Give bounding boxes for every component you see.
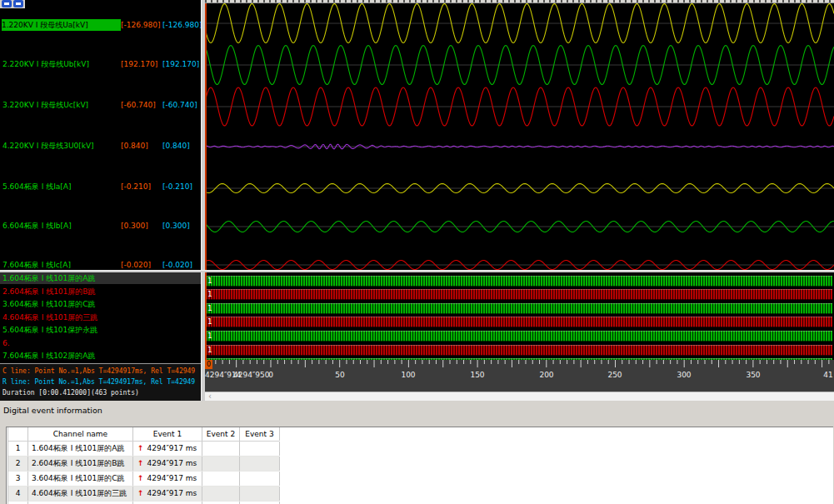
analog-channel-name: 5.604柘泉 I 线Ia[A]	[2, 181, 72, 192]
event-channel-name: 4.604柘泉 I 线101屏的三跳	[28, 487, 133, 501]
event-panel: Channel nameEvent 1Event 2Event 311.604柘…	[6, 427, 833, 504]
analog-channel-row[interactable]: 2.220KV I 段母线Ub[kV][192.170][192.170]	[0, 58, 201, 70]
cursor-line-digital[interactable]	[205, 272, 207, 360]
app-icon-2[interactable]	[13, 0, 23, 7]
event3-cell	[240, 487, 280, 501]
rising-edge-arrow-icon: ↑	[137, 489, 144, 497]
waveform-pane[interactable]	[205, 0, 834, 272]
ruler-tick-label: 0	[268, 371, 273, 379]
duration-status: Duration [0:00.412000](463 points)	[2, 387, 198, 398]
event3-cell	[240, 457, 280, 471]
cursor-line[interactable]	[205, 0, 207, 272]
digital-trace-value: 1	[207, 289, 212, 300]
event-channel-name: 1.604柘泉 I 线101屏的A跳	[28, 442, 133, 456]
digital-trace-bar: 1	[206, 289, 832, 300]
event-row-number: 4	[8, 487, 28, 501]
digital-channel-row[interactable]: 7.604柘泉 I 线102屏的A跳	[0, 350, 201, 362]
digital-event-table: Channel nameEvent 1Event 2Event 311.604柘…	[7, 427, 279, 504]
event-row-number: 2	[8, 457, 28, 471]
event1-time: 4294″917 ms	[147, 459, 197, 467]
section-title: Digital event information	[3, 406, 102, 415]
digital-trace-value: 1	[207, 303, 212, 314]
ruler-tick-label: 41	[823, 371, 832, 379]
analog-channel-row[interactable]: 3.220KV I 段母线Uc[kV][-60.740][-60.740]	[0, 99, 201, 111]
analog-cursor-value-c: [0.300]	[121, 220, 148, 232]
event1-cell: ↑4294″917 ms	[133, 457, 202, 471]
ruler-tick-label: 200	[539, 371, 553, 379]
analog-cursor-value-c: [192.170]	[121, 58, 157, 70]
ruler-tick-label: 250	[607, 371, 622, 379]
digital-channel-row[interactable]: 2.604柘泉 I 线101屏的B跳	[0, 286, 201, 297]
digital-trace-pane[interactable]: 1111111	[205, 272, 834, 360]
rising-edge-arrow-icon: ↑	[137, 474, 144, 482]
digital-channel-row[interactable]: 6.	[0, 337, 201, 349]
digital-trace-bar: 1	[206, 331, 832, 342]
event-table-row[interactable]: 33.604柘泉 I 线101屏的C跳↑4294″917 ms	[8, 472, 279, 487]
analog-channel-name: 4.220KV I 段母线3U0[kV]	[2, 140, 94, 152]
app-icon-strip	[0, 0, 25, 8]
event3-cell	[240, 442, 280, 456]
ruler-tick-label: 300	[677, 371, 691, 379]
digital-trace-value: 1	[207, 317, 212, 327]
analog-cursor-value-r: [-0.210]	[162, 181, 192, 192]
event1-time: 4294″917 ms	[147, 489, 197, 497]
event-table-row[interactable]: 22.604柘泉 I 线101屏的B跳↑4294″917 ms	[8, 457, 279, 472]
event1-time: 4294″917 ms	[147, 444, 197, 452]
event1-cell: ↑4294″917 ms	[133, 487, 202, 501]
digital-trace-bar: 1	[206, 276, 832, 287]
waveform-plot	[205, 0, 834, 272]
ruler-tick-label: 150	[470, 371, 484, 379]
digital-trace-bar: 1	[206, 317, 832, 327]
wave-hscrollbar[interactable]: ‹	[205, 392, 834, 401]
event-channel-name: 2.604柘泉 I 线101屏的B跳	[28, 457, 133, 471]
digital-channel-row[interactable]: 4.604柘泉 I 线101屏的三跳	[0, 312, 201, 323]
event1-cell: ↑4294″917 ms	[133, 472, 202, 486]
event2-cell	[202, 457, 240, 471]
analog-cursor-value-c: [-126.980]	[121, 19, 161, 31]
analog-cursor-value-c: [0.840]	[121, 140, 148, 152]
event-table-header-cell: Event 2	[202, 427, 240, 441]
analog-channel-row[interactable]: 4.220KV I 段母线3U0[kV][0.840][0.840]	[0, 140, 201, 152]
digital-trace-value: 1	[207, 345, 212, 356]
event2-cell	[202, 487, 240, 501]
scroll-left-arrow-icon[interactable]: ‹	[208, 392, 212, 401]
time-ruler[interactable]: 0 4294″9144294″9500501001502002503003504…	[205, 360, 834, 392]
clipped-title-strip	[205, 0, 834, 3]
fault-recorder-window: 1.220KV I 段母线Ua[kV][-126.980][-126.980]2…	[0, 0, 834, 504]
analog-channel-row[interactable]: 7.604柘泉 I 线Ic[A][-0.020][-0.020]	[0, 259, 201, 271]
digital-channel-row[interactable]: 1.604柘泉 I 线101屏的A跳	[0, 272, 201, 284]
event3-cell	[240, 472, 280, 486]
analog-channel-list: 1.220KV I 段母线Ua[kV][-126.980][-126.980]2…	[0, 0, 201, 272]
event-table-row[interactable]: 44.604柘泉 I 线101屏的三跳↑4294″917 ms	[8, 487, 279, 502]
ruler-abs-time-label: 4294″950	[233, 371, 269, 379]
analog-cursor-value-r: [192.170]	[162, 58, 199, 70]
horizontal-splitter[interactable]	[0, 270, 834, 272]
analog-cursor-value-r: [-60.740]	[162, 99, 197, 111]
app-icon-1[interactable]	[2, 0, 12, 7]
vertical-splitter[interactable]	[201, 0, 205, 401]
ruler-ticks	[205, 360, 834, 370]
analog-cursor-value-c: [-0.020]	[121, 259, 151, 271]
analog-channel-name: 6.604柘泉 I 线Ib[A]	[2, 220, 72, 232]
analog-cursor-value-c: [-0.210]	[121, 181, 151, 192]
analog-channel-row[interactable]: 5.604柘泉 I 线Ia[A][-0.210][-0.210]	[0, 181, 201, 192]
digital-trace-bar: 1	[206, 345, 832, 356]
analog-channel-row[interactable]: 1.220KV I 段母线Ua[kV][-126.980][-126.980]	[0, 19, 201, 31]
analog-channel-name: 1.220KV I 段母线Ua[kV]	[2, 19, 121, 31]
rising-edge-arrow-icon: ↑	[137, 444, 144, 452]
event-table-row[interactable]: 11.604柘泉 I 线101屏的A跳↑4294″917 ms	[8, 442, 279, 457]
analog-channel-row[interactable]: 6.604柘泉 I 线Ib[A][0.300][0.300]	[0, 220, 201, 232]
digital-channel-row[interactable]: 5.604柘泉 I 线101保护永跳	[0, 324, 201, 336]
digital-trace-value: 1	[207, 276, 212, 287]
analog-channel-name: 2.220KV I 段母线Ub[kV]	[2, 58, 89, 70]
analog-cursor-value-c: [-60.740]	[121, 99, 156, 111]
ruler-tick-label: 50	[335, 371, 344, 379]
cursor-position-marker[interactable]: 0	[205, 360, 212, 369]
event2-cell	[202, 442, 240, 456]
event-table-header-cell	[8, 427, 28, 441]
digital-trace-value: 1	[207, 331, 212, 342]
digital-channel-row[interactable]: 3.604柘泉 I 线101屏的C跳	[0, 298, 201, 310]
event-table-header-cell: Channel name	[28, 427, 133, 441]
digital-trace-bar: 1	[206, 303, 832, 314]
analog-cursor-value-r: [0.840]	[162, 140, 190, 152]
